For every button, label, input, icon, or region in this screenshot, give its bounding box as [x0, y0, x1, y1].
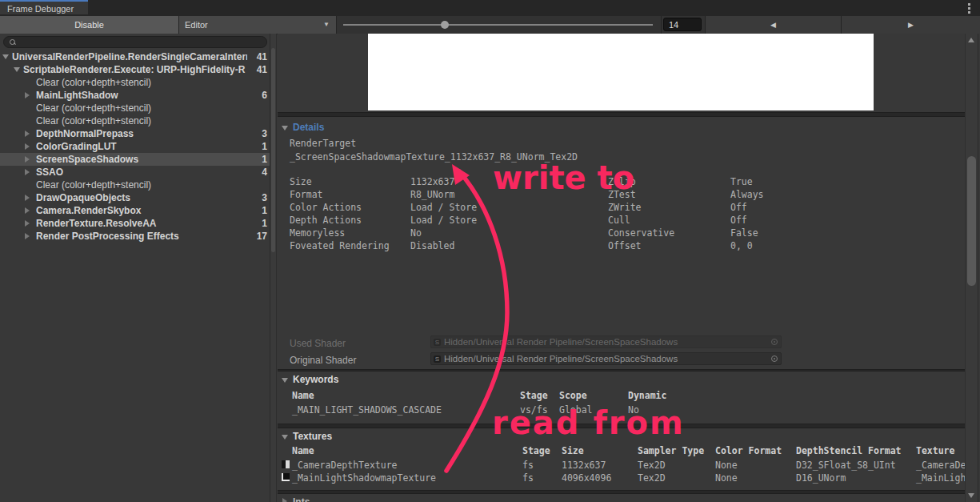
detail-key: Color Actions [290, 202, 362, 213]
detail-value: Off [730, 215, 747, 226]
frame-slider-handle[interactable] [441, 21, 449, 29]
tree-item[interactable]: Camera.RenderSkybox 1 [0, 204, 270, 217]
column-header: Texture [916, 445, 954, 456]
tree-item-count: 4 [262, 166, 267, 179]
detail-value: Load / Store [410, 202, 477, 213]
next-frame-button[interactable]: ▶ [842, 16, 980, 34]
expand-arrow-icon[interactable] [2, 54, 9, 59]
keyword-dynamic: No [628, 404, 639, 416]
tree-item-count: 41 [257, 50, 267, 63]
right-scrollbar-thumb[interactable] [967, 156, 976, 286]
object-picker-icon[interactable] [771, 355, 778, 362]
expand-arrow-icon[interactable] [25, 156, 30, 163]
column-header: Name [292, 445, 314, 456]
tree-item[interactable]: Clear (color+depth+stencil) [0, 114, 270, 127]
foldout-arrow-icon[interactable] [282, 435, 288, 440]
tree-item-count: 1 [262, 140, 267, 153]
detail-value: Always [730, 189, 764, 200]
tree-item[interactable]: Clear (color+depth+stencil) [0, 179, 270, 191]
kebab-menu-icon[interactable] [968, 3, 970, 14]
tree-item[interactable]: Clear (color+depth+stencil) [0, 76, 270, 89]
foldout-arrow-icon[interactable] [282, 378, 288, 383]
detail-key: Size [290, 176, 312, 187]
detail-key: ZWrite [608, 202, 642, 213]
column-header: Sampler Type [638, 445, 704, 456]
keywords-section-header[interactable]: Keywords [293, 374, 338, 385]
foldout-arrow-icon[interactable] [282, 498, 287, 502]
object-picker-icon[interactable] [771, 339, 778, 345]
disable-button[interactable]: Disable [0, 16, 179, 34]
shader-icon: S [434, 339, 441, 346]
expand-arrow-icon[interactable] [25, 92, 30, 98]
scroll-down-icon[interactable] [968, 493, 974, 498]
column-header: Name [292, 390, 314, 401]
detail-value: No [410, 227, 422, 239]
foldout-arrow-icon[interactable] [282, 126, 288, 131]
tab-frame-debugger[interactable]: Frame Debugger [0, 0, 88, 14]
tree-item[interactable]: SSAO 4 [0, 166, 270, 179]
detail-key: ZClip [608, 176, 636, 187]
tree-item-label: SSAO [36, 166, 247, 179]
left-scrollbar-thumb[interactable] [271, 48, 275, 252]
tree-item-selected[interactable]: ScreenSpaceShadows 1 [0, 153, 270, 166]
details-section-header[interactable]: Details [293, 122, 324, 133]
expand-arrow-icon[interactable] [25, 207, 30, 214]
target-dropdown[interactable]: Editor ▼ [179, 16, 337, 34]
frame-slider[interactable] [337, 16, 662, 34]
search-icon [10, 39, 15, 45]
texture-sampler: Tex2D [638, 460, 666, 471]
tree-item[interactable]: DrawOpaqueObjects 3 [0, 191, 270, 204]
tree-item[interactable]: Clear (color+depth+stencil) [0, 102, 270, 114]
expand-arrow-icon[interactable] [25, 169, 30, 175]
column-header: Scope [559, 390, 587, 401]
detail-value: Load / Store [410, 215, 477, 226]
expand-arrow-icon[interactable] [25, 233, 30, 239]
detail-value: True [730, 176, 753, 187]
left-scrollbar[interactable] [270, 34, 277, 502]
column-header: Stage [520, 390, 548, 401]
column-header: Stage [522, 445, 550, 456]
tree-item-label: DepthNormalPrepass [36, 127, 247, 140]
tree-item[interactable]: RenderTexture.ResolveAA 1 [0, 217, 270, 230]
event-tree-panel: UniversalRenderPipeline.RenderSingleCame… [0, 34, 270, 502]
render-target-name: _ScreenSpaceShadowmapTexture_1132x637_R8… [290, 151, 578, 163]
tree-item-count: 3 [262, 191, 267, 204]
tree-item[interactable]: UniversalRenderPipeline.RenderSingleCame… [0, 50, 270, 63]
search-box[interactable] [3, 36, 267, 48]
detail-key: Cull [608, 215, 630, 226]
expand-arrow-icon[interactable] [25, 131, 30, 137]
original-shader-field[interactable]: S Hidden/Universal Render Pipeline/Scree… [430, 352, 782, 365]
detail-key: ZTest [608, 189, 636, 200]
expand-arrow-icon[interactable] [25, 143, 30, 150]
expand-arrow-icon[interactable] [25, 220, 30, 227]
ints-section-header[interactable]: Ints [293, 496, 310, 502]
tree-item[interactable]: MainLightShadow 6 [0, 89, 270, 102]
used-shader-field[interactable]: S Hidden/Universal Render Pipeline/Scree… [430, 335, 782, 348]
detail-value: R8_UNorm [410, 189, 454, 200]
tree-item[interactable]: Render PostProcessing Effects 17 [0, 230, 270, 243]
title-bar: Frame Debugger [0, 0, 980, 17]
frame-number-field[interactable]: 14 [663, 18, 702, 31]
expand-arrow-icon[interactable] [25, 195, 30, 201]
scroll-up-icon[interactable] [968, 38, 974, 42]
textures-section-header[interactable]: Textures [293, 431, 332, 442]
tree-item-count: 41 [257, 63, 267, 76]
texture-size: 4096x4096 [562, 472, 611, 484]
tree-item[interactable]: ScriptableRenderer.Execute: URP-HighFide… [0, 63, 270, 76]
texture-size: 1132x637 [562, 460, 606, 471]
keyword-name: _MAIN_LIGHT_SHADOWS_CASCADE [292, 404, 442, 416]
tree-item-label: ColorGradingLUT [36, 140, 247, 153]
expand-arrow-icon[interactable] [14, 67, 20, 72]
details-section: Details RenderTarget _ScreenSpaceShadowm… [278, 117, 965, 369]
column-header: Dynamic [628, 390, 666, 401]
frame-number-segment: 14 [662, 16, 706, 34]
tree-item-label: Clear (color+depth+stencil) [36, 102, 247, 114]
tree-item[interactable]: ColorGradingLUT 1 [0, 140, 270, 153]
frame-slider-track[interactable] [343, 24, 653, 26]
tree-item-count: 3 [262, 127, 267, 140]
search-input[interactable] [20, 37, 263, 49]
previous-frame-button[interactable]: ◀ [706, 16, 842, 34]
render-target-label: RenderTarget [290, 138, 356, 149]
right-scrollbar[interactable] [965, 34, 978, 502]
tree-item[interactable]: DepthNormalPrepass 3 [0, 127, 270, 140]
